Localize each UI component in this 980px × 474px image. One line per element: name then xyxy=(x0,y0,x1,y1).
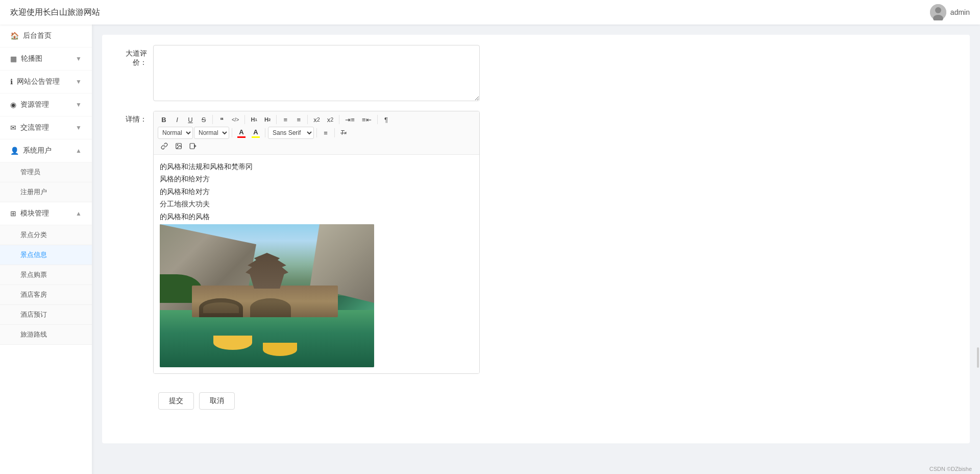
sidebar-sub-hotel-order[interactable]: 酒店预订 xyxy=(0,305,92,325)
form-buttons: 提交 取消 xyxy=(158,382,954,415)
carousel-icon: ▦ xyxy=(10,55,17,63)
sidebar-sub-scene-cat-label: 景点分类 xyxy=(20,231,47,239)
sidebar-sub-reguser-label: 注册用户 xyxy=(20,188,47,196)
text-line-4: 的风格和的风格 xyxy=(160,211,473,222)
intro-row: 大道评价： xyxy=(117,45,954,103)
sidebar-item-exchange[interactable]: ✉ 交流管理 ▼ xyxy=(0,116,92,139)
separator-3 xyxy=(276,115,277,124)
submit-button[interactable]: 提交 xyxy=(158,392,194,410)
chevron-down-icon: ▼ xyxy=(76,78,82,85)
resource-icon: ◉ xyxy=(10,101,16,109)
sidebar-item-resource[interactable]: ◉ 资源管理 ▼ xyxy=(0,93,92,116)
insert-video-button[interactable] xyxy=(186,140,200,152)
italic-button[interactable]: I xyxy=(171,113,183,126)
ordered-list-button[interactable]: ≡ xyxy=(279,113,291,126)
sidebar-sub-scene-cat[interactable]: 景点分类 xyxy=(0,225,92,245)
separator-7 xyxy=(232,128,232,137)
chevron-up-icon: ▲ xyxy=(76,210,82,217)
bg-color-button[interactable]: A xyxy=(249,127,262,139)
intro-field-wrap xyxy=(153,45,480,103)
sidebar-sub-hotel-room-label: 酒店客房 xyxy=(20,291,47,298)
separator-8 xyxy=(265,128,265,137)
underline-button[interactable]: U xyxy=(184,113,197,126)
sidebar-item-announcement[interactable]: ℹ 网站公告管理 ▼ xyxy=(0,70,92,93)
outdent-button[interactable]: ≡⇤ xyxy=(359,113,375,126)
detail-editor-wrap: B I U S ❝ </> H1 H2 ≡ ≡ xyxy=(153,111,480,374)
unordered-list-button[interactable]: ≡ xyxy=(292,113,305,126)
module-icon: ⊞ xyxy=(10,209,16,218)
format-select-1[interactable]: Normal xyxy=(158,127,193,139)
insert-link-button[interactable] xyxy=(158,140,171,152)
scroll-indicator[interactable] xyxy=(977,347,979,368)
topbar: 欢迎使用长白山旅游网站 admin xyxy=(0,0,980,25)
font-color-button[interactable]: A xyxy=(235,127,248,139)
sidebar-announcement-label: 网站公告管理 xyxy=(17,77,60,86)
insert-image-button[interactable] xyxy=(172,140,185,152)
quote-button[interactable]: ❝ xyxy=(215,113,228,126)
chevron-down-icon: ▼ xyxy=(76,55,82,62)
format-select-2[interactable]: Normal xyxy=(194,127,229,139)
chevron-down-icon: ▼ xyxy=(76,101,82,108)
cancel-button[interactable]: 取消 xyxy=(199,392,235,410)
sysuser-icon: 👤 xyxy=(10,147,19,155)
font-color-bar xyxy=(237,136,246,138)
avatar xyxy=(930,4,946,20)
sidebar-sub-tour-route-label: 旅游路线 xyxy=(20,330,47,338)
h2-button[interactable]: H2 xyxy=(261,113,274,126)
user-label: admin xyxy=(950,8,970,16)
detail-row: 详情： B I U S ❝ </> H xyxy=(117,111,954,374)
clear-format-button[interactable]: Tx xyxy=(337,127,350,139)
superscript-button[interactable]: x2 xyxy=(324,113,337,126)
toolbar-row-3 xyxy=(158,140,475,152)
sidebar-sub-scene-info-label: 景点信息 xyxy=(20,251,47,258)
sidebar: 🏠 后台首页 ▦ 轮播图 ▼ ℹ 网站公告管理 ▼ ◉ 资源管理 ▼ ✉ 交流管… xyxy=(0,25,92,474)
home-icon: 🏠 xyxy=(10,32,19,40)
sidebar-sysuser-label: 系统用户 xyxy=(23,146,52,155)
bold-button[interactable]: B xyxy=(158,113,170,126)
editor-scenic-image xyxy=(160,224,374,367)
strikethrough-button[interactable]: S xyxy=(198,113,210,126)
align-button[interactable]: ≡ xyxy=(320,127,332,139)
intro-textarea[interactable] xyxy=(153,45,480,101)
announcement-icon: ℹ xyxy=(10,78,13,86)
detail-label: 详情： xyxy=(117,111,153,124)
text-line-3: 分工地很大功夫 xyxy=(160,198,473,209)
indent-button[interactable]: ⇥≡ xyxy=(342,113,358,126)
sidebar-resource-label: 资源管理 xyxy=(20,100,49,109)
text-line-0: 的风格和法规和风格和梵蒂冈 xyxy=(160,161,473,172)
toolbar-row-1: B I U S ❝ </> H1 H2 ≡ ≡ xyxy=(158,113,475,126)
separator-9 xyxy=(316,128,317,137)
paragraph-button[interactable]: ¶ xyxy=(380,113,393,126)
rich-editor: B I U S ❝ </> H1 H2 ≡ ≡ xyxy=(153,111,480,374)
exchange-icon: ✉ xyxy=(10,124,16,132)
font-family-select[interactable]: Sans Serif xyxy=(268,127,314,139)
sidebar-carousel-label: 轮播图 xyxy=(21,54,42,63)
sidebar-sub-scene-ticket[interactable]: 景点购票 xyxy=(0,265,92,285)
sidebar-sub-admin[interactable]: 管理员 xyxy=(0,162,92,182)
sidebar-sub-tour-route[interactable]: 旅游路线 xyxy=(0,325,92,345)
sidebar-sub-scene-info[interactable]: 景点信息 xyxy=(0,245,92,265)
scene-bridge xyxy=(192,286,338,317)
chevron-up-icon: ▲ xyxy=(76,147,82,154)
sidebar-item-carousel[interactable]: ▦ 轮播图 ▼ xyxy=(0,48,92,70)
sidebar-sub-scene-ticket-label: 景点购票 xyxy=(20,271,47,278)
chevron-down-icon: ▼ xyxy=(76,124,82,131)
sidebar-sub-admin-label: 管理员 xyxy=(20,168,40,176)
h1-button[interactable]: H1 xyxy=(248,113,260,126)
footer: CSDN ©DZbishe xyxy=(921,464,980,474)
bg-color-bar xyxy=(252,136,260,138)
subscript-button[interactable]: x2 xyxy=(310,113,323,126)
separator-5 xyxy=(339,115,339,124)
sidebar-item-module[interactable]: ⊞ 模块管理 ▲ xyxy=(0,202,92,225)
font-color-icon: A xyxy=(239,128,243,136)
sidebar-item-home[interactable]: 🏠 后台首页 xyxy=(0,25,92,48)
sidebar-sub-hotel-room[interactable]: 酒店客房 xyxy=(0,285,92,305)
editor-toolbar: B I U S ❝ </> H1 H2 ≡ ≡ xyxy=(154,111,479,155)
bg-color-icon: A xyxy=(253,128,258,136)
editor-content-area[interactable]: 的风格和法规和风格和梵蒂冈 风格的和给对方 的风格和给对方 分工地很大功夫 的风… xyxy=(154,155,479,373)
sidebar-item-sysuser[interactable]: 👤 系统用户 ▲ xyxy=(0,139,92,162)
separator-1 xyxy=(212,115,213,124)
sidebar-sub-reguser[interactable]: 注册用户 xyxy=(0,182,92,202)
intro-label: 大道评价： xyxy=(117,45,153,67)
code-button[interactable]: </> xyxy=(229,113,242,126)
